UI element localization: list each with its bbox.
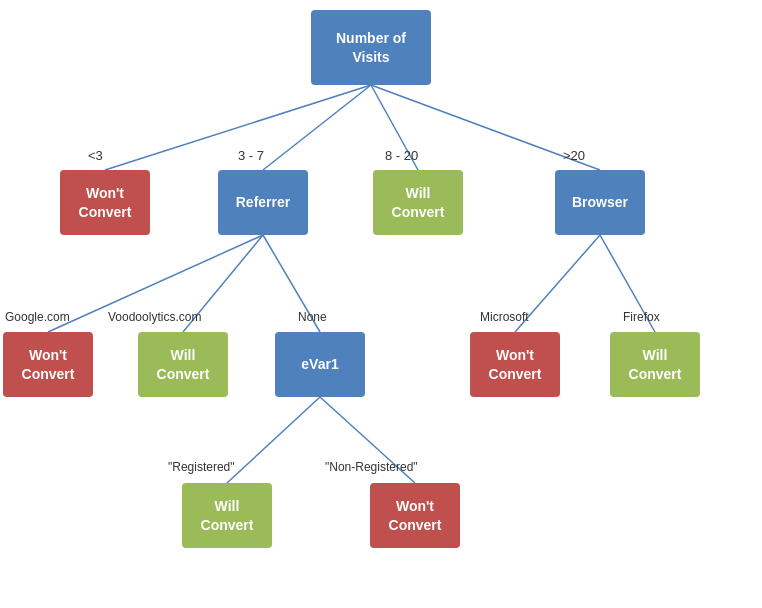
wont-convert-non-registered: Won'tConvert <box>370 483 460 548</box>
branch-label-registered: "Registered" <box>168 460 235 474</box>
root-node: Number of Visits <box>311 10 431 85</box>
svg-line-1 <box>263 85 371 170</box>
decision-tree: Number of Visits <3 3 - 7 8 - 20 >20 Won… <box>0 0 762 608</box>
wont-convert-google: Won'tConvert <box>3 332 93 397</box>
svg-line-9 <box>227 397 320 483</box>
branch-label-3-7: 3 - 7 <box>238 148 264 163</box>
will-convert-registered: WillConvert <box>182 483 272 548</box>
wont-convert-lt3: Won'tConvert <box>60 170 150 235</box>
will-convert-voodoolytics: WillConvert <box>138 332 228 397</box>
branch-label-microsoft: Microsoft <box>480 310 529 324</box>
evar1-node: eVar1 <box>275 332 365 397</box>
branch-label-8-20: 8 - 20 <box>385 148 418 163</box>
branch-label-voodoolytics: Voodoolytics.com <box>108 310 201 324</box>
branch-label-lt3: <3 <box>88 148 103 163</box>
will-convert-firefox: WillConvert <box>610 332 700 397</box>
branch-label-google: Google.com <box>5 310 70 324</box>
browser-node: Browser <box>555 170 645 235</box>
branch-label-non-registered: "Non-Registered" <box>325 460 418 474</box>
branch-label-firefox: Firefox <box>623 310 660 324</box>
branch-label-none: None <box>298 310 327 324</box>
branch-label-gt20: >20 <box>563 148 585 163</box>
referrer-node: Referrer <box>218 170 308 235</box>
wont-convert-microsoft: Won'tConvert <box>470 332 560 397</box>
will-convert-8-20: WillConvert <box>373 170 463 235</box>
